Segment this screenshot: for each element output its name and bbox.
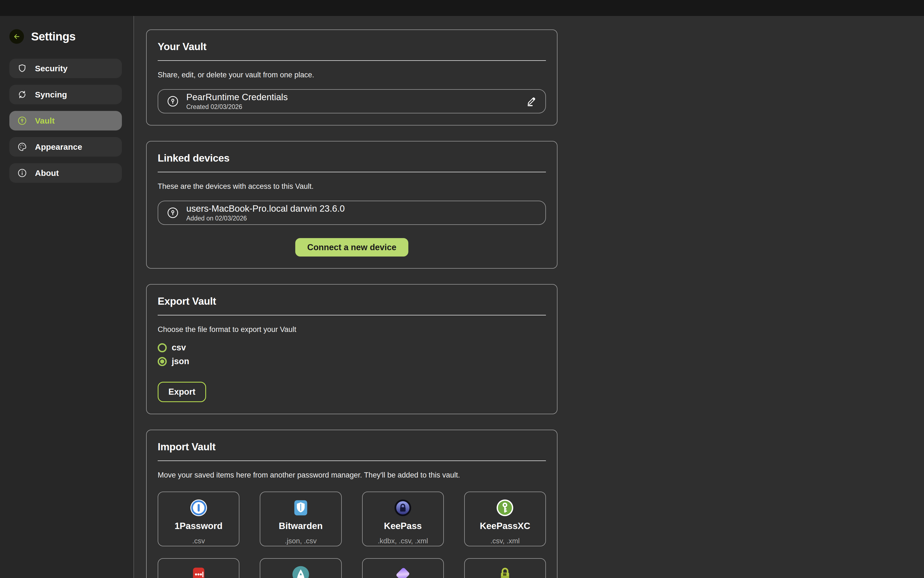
divider: [158, 172, 546, 172]
back-button[interactable]: [9, 29, 24, 44]
info-icon: [17, 168, 27, 178]
import-tile-bitwarden[interactable]: Bitwarden .json, .csv: [260, 492, 342, 546]
export-button[interactable]: Export: [158, 382, 206, 402]
card-title: Linked devices: [158, 153, 546, 164]
sidebar-item-syncing[interactable]: Syncing: [9, 85, 122, 104]
sidebar-item-label: Appearance: [35, 142, 82, 152]
import-tile-1password[interactable]: 1Password .csv: [158, 492, 239, 546]
sidebar-item-label: About: [35, 169, 59, 178]
device-added-date: Added on 02/03/2026: [186, 215, 345, 222]
window-body: Settings Security: [0, 16, 924, 578]
divider: [158, 60, 546, 61]
format-option-csv[interactable]: csv: [158, 342, 546, 353]
import-source-name: 1Password: [175, 521, 223, 531]
arrow-left-icon: [13, 33, 21, 41]
nordpass-icon: [292, 565, 310, 578]
1password-icon: [190, 499, 208, 517]
settings-sidebar: Settings Security: [0, 16, 134, 578]
device-name: users-MacBook-Pro.local darwin 23.6.0: [186, 203, 345, 214]
connect-button-row: Connect a new device: [158, 238, 546, 257]
key-icon: [167, 206, 179, 219]
import-tile-keepass[interactable]: KeePass .kdbx, .csv, .xml: [362, 492, 444, 546]
import-source-name: KeePass: [384, 521, 422, 531]
import-sources-grid: 1Password .csv Bitwarden: [158, 492, 546, 578]
keepass-icon: [394, 499, 412, 517]
vault-created-date: Created 02/03/2026: [186, 103, 288, 110]
sidebar-item-appearance[interactable]: Appearance: [9, 137, 122, 157]
sidebar-item-label: Syncing: [35, 90, 67, 99]
import-source-formats: .csv, .xml: [490, 537, 519, 545]
connect-new-device-button[interactable]: Connect a new device: [295, 238, 409, 257]
import-tile-protonpass[interactable]: Proton Pass .csv, .json: [362, 558, 444, 578]
sync-icon: [17, 89, 27, 100]
device-row: users-MacBook-Pro.local darwin 23.6.0 Ad…: [158, 201, 546, 225]
edit-vault-button[interactable]: [525, 96, 537, 107]
settings-main: Your Vault Share, edit, or delete your v…: [134, 16, 924, 578]
window-titlebar: [0, 0, 924, 16]
vault-row[interactable]: PearRuntime Credentials Created 02/03/20…: [158, 89, 546, 114]
card-description: Choose the file format to export your Va…: [158, 325, 546, 334]
sidebar-item-label: Vault: [35, 116, 55, 125]
sidebar-item-label: Security: [35, 64, 67, 73]
import-source-name: Bitwarden: [279, 521, 323, 531]
import-tile-lastpass[interactable]: LastPass .csv: [158, 558, 239, 578]
unencrypted-lock-icon: [496, 565, 514, 578]
keepassxc-icon: [496, 499, 514, 517]
sidebar-item-about[interactable]: About: [9, 163, 122, 183]
your-vault-card: Your Vault Share, edit, or delete your v…: [146, 29, 558, 125]
import-tile-nordpass[interactable]: NordPass .csv: [260, 558, 342, 578]
linked-devices-card: Linked devices These are the devices wit…: [146, 141, 558, 269]
import-source-name: KeePassXC: [480, 521, 530, 531]
sidebar-header: Settings: [9, 29, 133, 44]
import-tile-unencrypted[interactable]: Unencrypted file .json, .csv: [464, 558, 546, 578]
pencil-edit-icon: [525, 96, 537, 107]
import-vault-card: Import Vault Move your saved items here …: [146, 430, 558, 578]
card-description: Move your saved items here from another …: [158, 471, 546, 479]
export-vault-card: Export Vault Choose the file format to e…: [146, 284, 558, 414]
lastpass-icon: [190, 565, 208, 578]
card-description: These are the devices with access to thi…: [158, 182, 546, 191]
card-title: Export Vault: [158, 295, 546, 307]
protonpass-icon: [394, 565, 412, 578]
sidebar-item-security[interactable]: Security: [9, 58, 122, 78]
palette-icon: [17, 142, 27, 152]
format-option-json[interactable]: json: [158, 356, 546, 367]
page-title: Settings: [31, 30, 76, 43]
export-format-options: csv json: [158, 342, 546, 367]
divider: [158, 315, 546, 315]
import-source-formats: .csv: [192, 537, 205, 545]
bitwarden-icon: [292, 499, 310, 517]
radio-label: json: [172, 356, 189, 366]
import-source-formats: .kdbx, .csv, .xml: [378, 537, 428, 545]
radio-label: csv: [172, 343, 186, 352]
settings-window: Settings Security: [0, 0, 924, 578]
card-description: Share, edit, or delete your vault from o…: [158, 71, 546, 79]
import-source-formats: .json, .csv: [285, 537, 317, 545]
key-icon: [17, 115, 27, 126]
sidebar-nav: Security Syncing: [0, 58, 133, 183]
import-tile-keepassxc[interactable]: KeePassXC .csv, .xml: [464, 492, 546, 546]
card-title: Import Vault: [158, 441, 546, 453]
sidebar-item-vault[interactable]: Vault: [9, 111, 122, 130]
radio-csv[interactable]: [158, 343, 167, 352]
divider: [158, 461, 546, 461]
shield-icon: [17, 63, 27, 73]
radio-json[interactable]: [158, 357, 167, 366]
card-title: Your Vault: [158, 41, 546, 53]
key-icon: [167, 95, 179, 108]
vault-name: PearRuntime Credentials: [186, 92, 288, 102]
